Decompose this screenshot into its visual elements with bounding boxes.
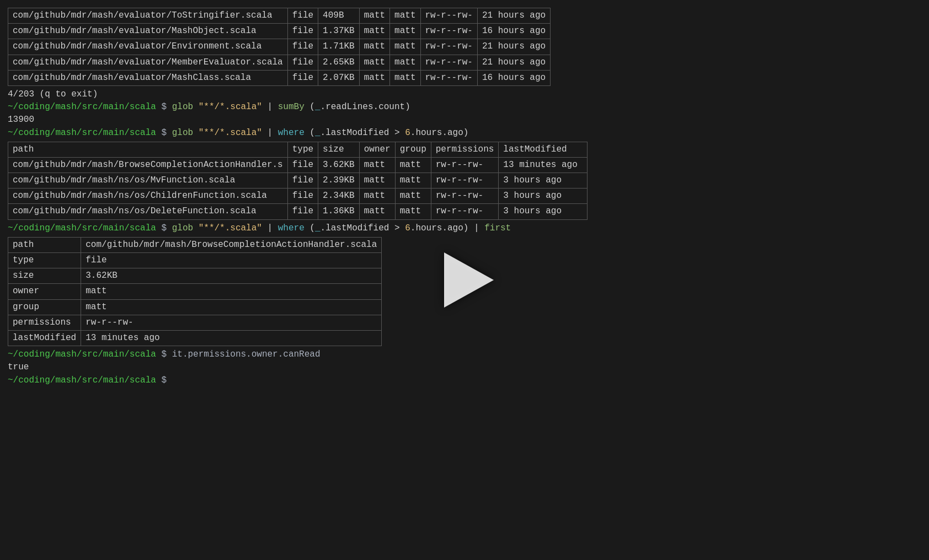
size-header: size [318,142,360,157]
size-cell: 1.37KB [318,24,360,39]
cmd1-prompt: ~/coding/mash/src/main/scala $ glob "**/… [0,101,929,114]
permissions-cell: rw-r--rw- [420,70,477,85]
size-cell: 2.07KB [318,70,360,85]
owner-cell: matt [359,204,395,219]
path-cell: com/github/mdr/mash/BrowseCompletionActi… [8,157,288,173]
table-header-row: path type size owner group permissions l… [8,142,588,157]
key-cell: permissions [8,315,81,330]
modified-cell: 3 hours ago [499,204,588,219]
group-cell: matt [395,204,431,219]
group-header: group [395,142,431,157]
mid-file-table: path type size owner group permissions l… [8,142,588,220]
size-cell: 1.71KB [318,39,360,55]
pager-line: 4/203 (q to exit) [0,88,929,101]
modified-cell: 13 minutes ago [499,157,588,173]
group-cell: matt [390,70,420,85]
modified-cell: 3 hours ago [499,173,588,189]
path-cell: com/github/mdr/mash/evaluator/Environmen… [8,39,288,55]
type-cell: file [287,157,318,173]
key-cell: group [8,299,81,315]
group-cell: matt [395,173,431,189]
table-row: com/github/mdr/mash/ns/os/MvFunction.sca… [8,173,588,189]
path-cell: com/github/mdr/mash/evaluator/MemberEval… [8,55,288,70]
table-row: com/github/mdr/mash/ns/os/DeleteFunction… [8,204,588,219]
cmd2-prompt: ~/coding/mash/src/main/scala $ glob "**/… [0,127,929,139]
group-cell: matt [390,8,420,24]
permissions-cell: rw-r--rw- [431,204,499,219]
group-cell: matt [390,55,420,70]
permissions-cell: rw-r--rw- [420,8,477,24]
play-button[interactable] [431,247,498,313]
owner-cell: matt [359,189,395,204]
table-row: com/github/mdr/mash/evaluator/ToStringif… [8,8,551,24]
path-cell: com/github/mdr/mash/evaluator/MashClass.… [8,70,288,85]
permissions-cell: rw-r--rw- [431,189,499,204]
key-cell: path [8,237,81,252]
path-cell: com/github/mdr/mash/ns/os/MvFunction.sca… [8,173,288,189]
permissions-cell: rw-r--rw- [431,157,499,173]
detail-row: path com/github/mdr/mash/BrowseCompletio… [8,237,382,252]
owner-header: owner [359,142,395,157]
value-cell: com/github/mdr/mash/BrowseCompletionActi… [81,237,382,252]
key-cell: type [8,253,81,268]
table-row: com/github/mdr/mash/evaluator/MemberEval… [8,55,551,70]
key-cell: size [8,268,81,284]
value-cell: matt [81,299,382,315]
permissions-cell: rw-r--rw- [420,24,477,39]
modified-cell: 16 hours ago [477,70,550,85]
type-header: type [287,142,318,157]
detail-table: path com/github/mdr/mash/BrowseCompletio… [8,237,382,346]
value-cell: rw-r--rw- [81,315,382,330]
cmd1-output: 13900 [0,114,929,126]
detail-row: owner matt [8,284,382,299]
type-cell: file [287,173,318,189]
size-cell: 2.39KB [318,173,360,189]
size-cell: 2.34KB [318,189,360,204]
modified-cell: 21 hours ago [477,39,550,55]
path-cell: com/github/mdr/mash/evaluator/ToStringif… [8,8,288,24]
type-cell: file [287,24,318,39]
table-row: com/github/mdr/mash/BrowseCompletionActi… [8,157,588,173]
cmd5-prompt: ~/coding/mash/src/main/scala $ [0,374,929,387]
top-file-table: com/github/mdr/mash/evaluator/ToStringif… [8,8,551,86]
modified-cell: 16 hours ago [477,24,550,39]
type-cell: file [287,8,318,24]
owner-cell: matt [359,70,389,85]
cmd3-prompt: ~/coding/mash/src/main/scala $ glob "**/… [0,222,929,235]
modified-cell: 21 hours ago [477,55,550,70]
permissions-cell: rw-r--rw- [420,55,477,70]
path-cell: com/github/mdr/mash/evaluator/MashObject… [8,24,288,39]
lastmodified-header: lastModified [499,142,588,157]
table-row: com/github/mdr/mash/evaluator/Environmen… [8,39,551,55]
value-cell: 3.62KB [81,268,382,284]
value-cell: file [81,253,382,268]
detail-row: type file [8,253,382,268]
group-cell: matt [395,157,431,173]
permissions-header: permissions [431,142,499,157]
detail-row: group matt [8,299,382,315]
group-cell: matt [390,24,420,39]
owner-cell: matt [359,8,389,24]
path-cell: com/github/mdr/mash/ns/os/ChildrenFuncti… [8,189,288,204]
size-cell: 3.62KB [318,157,360,173]
table-row: com/github/mdr/mash/evaluator/MashObject… [8,24,551,39]
table-row: com/github/mdr/mash/ns/os/ChildrenFuncti… [8,189,588,204]
terminal: com/github/mdr/mash/evaluator/ToStringif… [0,0,929,392]
detail-row: permissions rw-r--rw- [8,315,382,330]
group-cell: matt [390,39,420,55]
play-triangle-icon [444,252,494,308]
owner-cell: matt [359,24,389,39]
modified-cell: 3 hours ago [499,189,588,204]
owner-cell: matt [359,157,395,173]
type-cell: file [287,189,318,204]
size-cell: 409B [318,8,360,24]
type-cell: file [287,204,318,219]
size-cell: 1.36KB [318,204,360,219]
size-cell: 2.65KB [318,55,360,70]
value-cell: 13 minutes ago [81,330,382,346]
key-cell: owner [8,284,81,299]
path-header: path [8,142,288,157]
cmd4-output: true [0,361,929,374]
owner-cell: matt [359,173,395,189]
owner-cell: matt [359,55,389,70]
